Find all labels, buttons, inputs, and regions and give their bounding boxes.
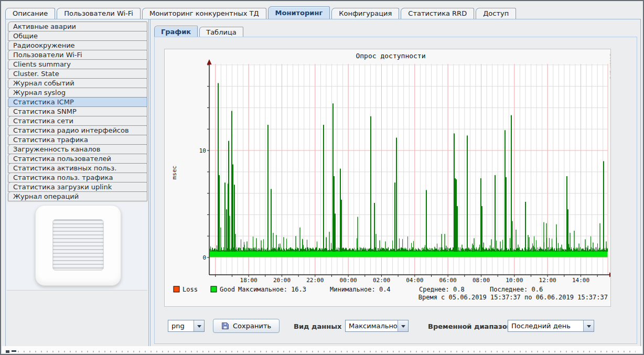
svg-text:12:00: 12:00 — [539, 277, 556, 284]
svg-text:Минимальное: 0.4: Минимальное: 0.4 — [330, 286, 391, 293]
sidebar-item[interactable]: Cluster. State — [8, 69, 147, 79]
top-tab[interactable]: Статистика RRD — [401, 8, 474, 19]
sidebar-item[interactable]: Журнал операций — [8, 191, 147, 201]
svg-text:22:00: 22:00 — [306, 277, 324, 284]
device-grille — [52, 219, 104, 271]
sidebar-item[interactable]: Статистика пользователей — [8, 154, 147, 164]
top-tab[interactable]: Пользователи Wi-Fi — [57, 8, 141, 19]
app-window: ОписаниеПользователи Wi-FiМониторинг кон… — [0, 0, 644, 355]
view-content: 01018:0020:0022:0000:0002:0004:0006:0008… — [154, 37, 637, 344]
sidebar-item[interactable]: Статистика загрузки uplink — [8, 182, 147, 192]
save-button[interactable]: Сохранить — [213, 319, 280, 333]
data-view-label: Вид данных — [294, 322, 341, 330]
sidebar-item[interactable]: Радиоокружение — [8, 40, 147, 50]
svg-text:02:00: 02:00 — [373, 277, 390, 284]
data-view-dropdown[interactable]: Максимальное — [345, 320, 409, 332]
data-view-value: Максимальное — [346, 320, 398, 331]
svg-text:04:00: 04:00 — [406, 277, 423, 284]
sidebar-item[interactable]: Статистика SNMP — [8, 106, 147, 116]
chevron-down-icon[interactable] — [398, 320, 408, 331]
sidebar-item[interactable]: Статистика радио интерфейсов — [8, 125, 147, 135]
availability-chart: 01018:0020:0022:0000:0002:0004:0006:0008… — [165, 49, 610, 306]
svg-text:Время с 05.06.2019 15:37:37 по: Время с 05.06.2019 15:37:37 по 06.06.201… — [418, 294, 608, 301]
sidebar-item[interactable]: Журнал syslog — [8, 88, 147, 98]
svg-text:Loss: Loss — [183, 286, 198, 293]
save-icon — [221, 322, 229, 330]
svg-text:14:00: 14:00 — [572, 277, 589, 284]
sidebar-item[interactable]: Статистика польз. трафика — [8, 173, 147, 182]
chevron-down-icon[interactable] — [583, 320, 594, 331]
svg-text:10:00: 10:00 — [506, 277, 523, 284]
svg-text:Последнее: 0.6: Последнее: 0.6 — [490, 286, 543, 293]
svg-text:08:00: 08:00 — [473, 277, 490, 284]
svg-text:00:00: 00:00 — [340, 277, 357, 284]
sidebar-item[interactable]: Статистика трафика — [8, 135, 147, 145]
taskbar-fragment-dots — [18, 351, 636, 352]
sidebar-item[interactable]: Clients summary — [8, 59, 147, 69]
top-tab[interactable]: Описание — [5, 8, 55, 19]
chevron-down-icon[interactable] — [194, 320, 204, 331]
sidebar-panel: Активные аварииОбщиеРадиоокружениеПользо… — [5, 19, 149, 347]
range-dropdown[interactable]: Последний день — [508, 320, 594, 332]
svg-text:Eltex BPG: Eltex BPG — [609, 53, 610, 79]
sidebar-item[interactable]: Загруженность каналов — [8, 144, 147, 154]
view-tab[interactable]: Таблица — [199, 27, 243, 37]
top-tab[interactable]: Мониторинг — [268, 6, 330, 19]
sidebar-item[interactable]: Пользователи Wi-Fi — [8, 50, 147, 60]
top-tab[interactable]: Доступ — [476, 8, 516, 19]
top-tab[interactable]: Мониторинг конкурентных ТД — [142, 8, 266, 19]
format-dropdown[interactable]: png — [168, 320, 205, 332]
access-point-image — [35, 205, 121, 286]
sidebar-list: Активные аварииОбщиеРадиоокружениеПользо… — [6, 21, 148, 201]
top-tabbar: ОписаниеПользователи Wi-FiМониторинг кон… — [5, 5, 641, 20]
sidebar-item[interactable]: Статистика активных польз. — [8, 163, 147, 173]
save-label: Сохранить — [233, 322, 271, 330]
svg-text:msec: msec — [171, 166, 178, 180]
svg-text:18:00: 18:00 — [240, 277, 257, 284]
device-image-area — [7, 203, 147, 291]
range-value: Последний день — [508, 320, 583, 331]
sidebar-item[interactable]: Журнал событий — [8, 78, 147, 88]
view-tab[interactable]: График — [154, 26, 198, 37]
bottom-strip — [2, 346, 642, 353]
svg-text:06:00: 06:00 — [439, 277, 457, 284]
svg-text:Опрос доступности: Опрос доступности — [356, 52, 425, 60]
chart-controls: png Сохранить Вид данных Максимальное — [155, 319, 637, 335]
view-tabbar: ГрафикТаблица — [154, 26, 243, 37]
range-label: Временной диапазон — [428, 322, 512, 330]
svg-text:Максимальное: 16.3: Максимальное: 16.3 — [238, 286, 306, 293]
top-tab[interactable]: Конфигурация — [331, 8, 399, 19]
main-panel: ГрафикТаблица 01018:0020:0022:0000:0002:… — [150, 19, 641, 347]
sidebar-item[interactable]: Статистика сети — [8, 116, 147, 126]
svg-text:10: 10 — [199, 147, 206, 154]
svg-text:0: 0 — [202, 254, 206, 261]
svg-text:Good: Good — [220, 286, 235, 293]
format-value: png — [168, 320, 194, 331]
sidebar-item[interactable]: Статистика ICMP — [8, 97, 147, 107]
sidebar-item[interactable]: Общие — [8, 31, 147, 41]
svg-text:20:00: 20:00 — [273, 277, 291, 284]
sidebar-item[interactable]: Активные аварии — [8, 21, 147, 31]
taskbar-fragment-icon — [12, 350, 16, 352]
taskbar-fragment-icon — [6, 350, 9, 353]
svg-text:Среднее: 0.8: Среднее: 0.8 — [419, 286, 465, 293]
chart-panel: 01018:0020:0022:0000:0002:0004:0006:0008… — [164, 49, 611, 307]
